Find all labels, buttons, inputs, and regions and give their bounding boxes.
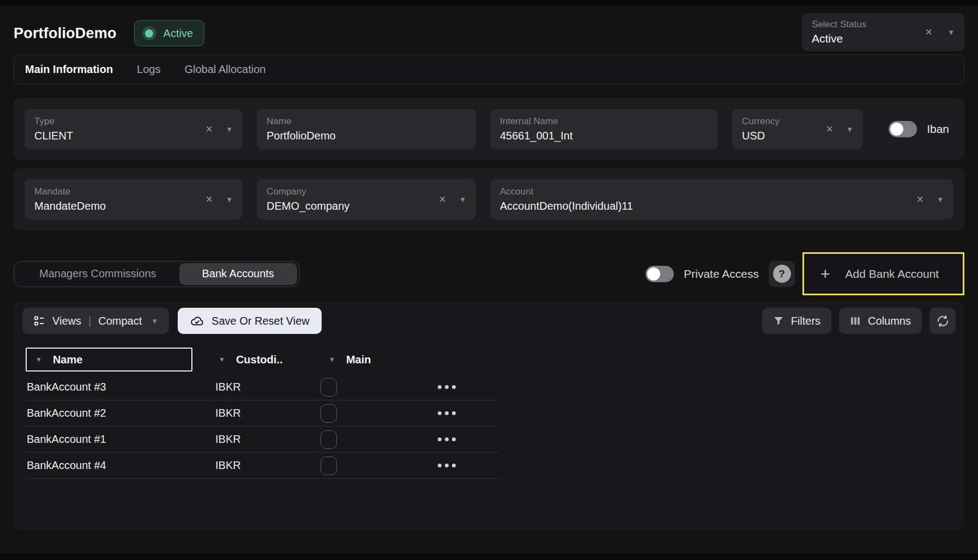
clear-icon[interactable]: × <box>206 123 213 135</box>
add-bank-account-button[interactable]: + Add Bank Account <box>804 266 963 282</box>
name-value: PortfolioDemo <box>267 130 466 142</box>
status-select-dropdown[interactable]: Select Status Active × ▼ <box>802 13 964 51</box>
section-row: Managers Commissions Bank Accounts Priva… <box>14 252 964 295</box>
tab-logs[interactable]: Logs <box>137 63 160 76</box>
bank-account-custodian: IBKR <box>192 407 321 419</box>
save-or-reset-view-button[interactable]: Save Or Reset View <box>178 308 322 334</box>
main-checkbox[interactable] <box>321 430 337 449</box>
help-button[interactable]: ? <box>769 261 795 287</box>
row-actions-menu-icon[interactable] <box>438 437 500 441</box>
row-actions-menu-icon[interactable] <box>438 411 500 415</box>
add-bank-account-label: Add Bank Account <box>846 267 939 281</box>
name-label: Name <box>267 116 466 127</box>
account-value: AccountDemo(Individual)11 <box>500 200 910 212</box>
column-custodian-label: Custodi.. <box>236 354 283 366</box>
chevron-down-icon[interactable]: ▼ <box>226 126 233 133</box>
status-select-texts: Select Status Active <box>812 19 925 45</box>
account-icons: × ▼ <box>910 193 944 205</box>
currency-icons: × ▼ <box>819 123 853 135</box>
clear-icon[interactable]: × <box>206 193 213 205</box>
internal-name-field[interactable]: Internal Name 45661_001_Int <box>490 109 718 149</box>
tab-global-allocation[interactable]: Global Allocation <box>184 63 265 76</box>
account-label: Account <box>500 186 910 197</box>
table-toolbar: Views | Compact ▼ Save Or Reset View <box>20 307 958 335</box>
chevron-down-icon: ▼ <box>151 318 158 325</box>
table-row[interactable]: BankAccount #3 IBKR <box>26 374 500 400</box>
column-header-custodian[interactable]: ▼ Custodi.. <box>192 354 321 366</box>
chevron-down-icon[interactable]: ▼ <box>226 196 233 203</box>
views-list-icon <box>33 315 45 327</box>
company-value: DEMO_company <box>267 200 432 212</box>
currency-select[interactable]: Currency USD × ▼ <box>732 109 863 149</box>
bank-account-name: BankAccount #4 <box>26 459 192 472</box>
main-checkbox[interactable] <box>321 378 337 397</box>
clear-icon[interactable]: × <box>916 193 923 205</box>
column-name-label: Name <box>53 354 82 366</box>
table-row[interactable]: BankAccount #1 IBKR <box>26 427 500 453</box>
iban-label: Iban <box>927 123 949 136</box>
mandate-select[interactable]: Mandate MandateDemo × ▼ <box>25 179 243 220</box>
internal-name-label: Internal Name <box>500 116 708 127</box>
clear-icon[interactable]: × <box>826 123 833 135</box>
chevron-down-icon[interactable]: ▼ <box>947 29 955 36</box>
row-actions-menu-icon[interactable] <box>438 385 500 389</box>
portfolio-page: PortfolioDemo Active Select Status Activ… <box>0 0 978 530</box>
columns-button[interactable]: Columns <box>839 308 922 334</box>
section-segmented-control: Managers Commissions Bank Accounts <box>14 261 300 287</box>
refresh-icon <box>936 314 950 328</box>
columns-label: Columns <box>868 315 911 327</box>
question-mark-icon: ? <box>773 265 791 283</box>
views-button[interactable]: Views | Compact ▼ <box>22 308 169 334</box>
refresh-button[interactable] <box>929 308 956 334</box>
currency-texts: Currency USD <box>742 116 819 142</box>
window-top-edge <box>0 0 978 5</box>
private-access-toggle[interactable] <box>645 266 674 282</box>
main-checkbox[interactable] <box>321 456 337 475</box>
status-badge: Active <box>134 20 204 46</box>
main-checkbox[interactable] <box>321 404 337 423</box>
column-header-main[interactable]: ▼ Main <box>321 354 438 366</box>
row-actions-menu-icon[interactable] <box>438 464 500 467</box>
save-or-reset-label: Save Or Reset View <box>212 315 310 327</box>
bank-account-name: BankAccount #1 <box>26 433 192 446</box>
table-header-row: ▼ Name ▼ Custodi.. ▼ Main <box>26 347 500 372</box>
iban-toggle[interactable] <box>889 121 917 137</box>
tab-main-information[interactable]: Main Information <box>25 63 113 76</box>
page-title: PortfolioDemo <box>14 25 117 42</box>
page-header: PortfolioDemo Active Select Status Activ… <box>14 0 964 50</box>
column-main-label: Main <box>346 354 371 366</box>
type-select[interactable]: Type CLIENT × ▼ <box>25 109 243 149</box>
table-row[interactable]: BankAccount #2 IBKR <box>26 400 500 427</box>
chevron-down-icon[interactable]: ▼ <box>846 126 853 133</box>
segment-managers-commissions[interactable]: Managers Commissions <box>16 263 179 285</box>
mandate-texts: Mandate MandateDemo <box>34 186 199 212</box>
private-access-group: Private Access ? <box>645 261 795 287</box>
mandate-label: Mandate <box>34 186 199 197</box>
column-header-name[interactable]: ▼ Name <box>26 348 192 372</box>
tab-bar: Main Information Logs Global Allocation <box>14 54 964 84</box>
name-field[interactable]: Name PortfolioDemo <box>257 109 476 149</box>
type-value: CLIENT <box>34 130 199 142</box>
views-label: Views <box>52 315 81 327</box>
iban-toggle-group: Iban <box>889 121 953 137</box>
filters-label: Filters <box>791 315 820 327</box>
cloud-check-icon <box>190 314 204 328</box>
company-select[interactable]: Company DEMO_company × ▼ <box>257 179 476 220</box>
type-label: Type <box>34 116 199 127</box>
type-select-icons: × ▼ <box>199 123 233 135</box>
sort-chevron-icon[interactable]: ▼ <box>329 356 335 363</box>
company-label: Company <box>267 186 432 197</box>
filter-funnel-icon <box>773 315 784 326</box>
chevron-down-icon[interactable]: ▼ <box>937 196 944 203</box>
sort-chevron-icon[interactable]: ▼ <box>35 356 42 363</box>
bank-account-name: BankAccount #2 <box>26 407 192 419</box>
filters-button[interactable]: Filters <box>762 308 831 334</box>
bank-account-custodian: IBKR <box>192 433 321 446</box>
sort-chevron-icon[interactable]: ▼ <box>219 356 225 363</box>
chevron-down-icon[interactable]: ▼ <box>459 196 466 203</box>
table-row[interactable]: BankAccount #4 IBKR <box>26 453 500 479</box>
clear-icon[interactable]: × <box>925 26 932 38</box>
segment-bank-accounts[interactable]: Bank Accounts <box>179 263 297 285</box>
clear-icon[interactable]: × <box>439 193 446 205</box>
account-select[interactable]: Account AccountDemo(Individual)11 × ▼ <box>490 179 953 220</box>
